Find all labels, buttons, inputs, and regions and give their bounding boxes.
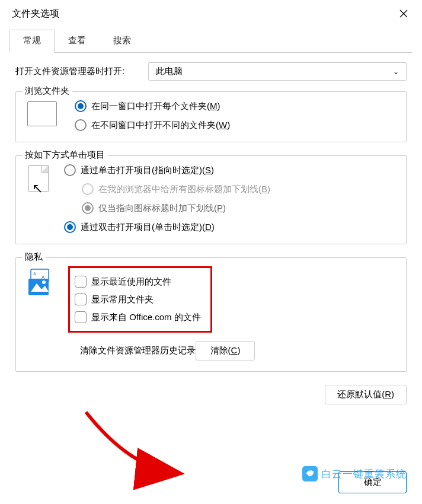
- privacy-fieldset: 隐私 4 A 显示最近使用的文: [15, 257, 407, 372]
- titlebar: 文件夹选项: [0, 0, 422, 27]
- watermark: 白云一键重装系统: [302, 466, 407, 481]
- checkbox-icon: [75, 294, 87, 305]
- tab-general[interactable]: 常规: [9, 30, 55, 53]
- dialog-title: 文件夹选项: [12, 8, 59, 20]
- restore-defaults-button[interactable]: 还原默认值(R): [325, 385, 407, 404]
- radio-icon: [82, 202, 94, 214]
- radio-underline-point: 仅当指向图标标题时加下划线(P): [82, 202, 270, 214]
- clear-button[interactable]: 清除(C): [196, 341, 255, 361]
- radio-icon: [75, 119, 87, 131]
- tab-strip: 常规 查看 搜索: [0, 30, 422, 53]
- open-with-row: 打开文件资源管理器时打开: 此电脑 ⌄: [15, 62, 407, 81]
- radio-icon: [64, 164, 76, 176]
- svg-text:4: 4: [33, 271, 36, 276]
- chevron-down-icon: ⌄: [393, 68, 399, 76]
- tab-panel-general: 打开文件资源管理器时打开: 此电脑 ⌄ 浏览文件夹 在同一窗口中打开每个文件夹(…: [0, 53, 422, 410]
- radio-single-click[interactable]: 通过单击打开项目(指向时选定)(S): [64, 164, 270, 176]
- privacy-legend: 隐私: [22, 251, 46, 263]
- open-with-value: 此电脑: [156, 66, 183, 77]
- click-fieldset: 按如下方式单击项目 ↖ 通过单击打开项目(指向时选定)(S) 在我的浏览器中给所…: [15, 155, 407, 244]
- click-legend: 按如下方式单击项目: [22, 149, 108, 161]
- checkbox-icon: [75, 276, 87, 288]
- browse-fieldset: 浏览文件夹 在同一窗口中打开每个文件夹(M) 在不同窗口中打开不同的文件夹(W): [15, 91, 407, 142]
- browse-legend: 浏览文件夹: [22, 85, 72, 97]
- radio-icon: [75, 100, 87, 112]
- check-frequent-folders[interactable]: 显示常用文件夹: [73, 291, 202, 308]
- check-recent-files[interactable]: 显示最近使用的文件: [73, 273, 202, 291]
- dialog-buttons: 确定 白云一键重装系统: [0, 471, 422, 493]
- radio-same-window[interactable]: 在同一窗口中打开每个文件夹(M): [75, 100, 230, 112]
- svg-point-5: [42, 280, 46, 284]
- close-button[interactable]: [395, 5, 413, 23]
- checkbox-icon: [75, 311, 87, 323]
- tab-view[interactable]: 查看: [55, 30, 100, 53]
- radio-underline-all: 在我的浏览器中给所有图标标题加下划线(B): [82, 183, 270, 195]
- radio-double-click[interactable]: 通过双击打开项目(单击时选定)(D): [64, 221, 270, 233]
- open-with-select[interactable]: 此电脑 ⌄: [148, 62, 407, 81]
- cursor-document-icon: ↖: [27, 165, 52, 194]
- privacy-highlight-box: 显示最近使用的文件 显示常用文件夹 显示来自 Office.com 的文件: [68, 266, 212, 333]
- tab-search[interactable]: 搜索: [100, 30, 145, 53]
- radio-icon: [64, 221, 76, 233]
- clear-history-label: 清除文件资源管理器历史记录: [80, 345, 196, 356]
- privacy-picture-icon: 4 A: [27, 268, 53, 296]
- watermark-logo-icon: [302, 466, 318, 481]
- radio-icon: [82, 183, 94, 195]
- check-office-files[interactable]: 显示来自 Office.com 的文件: [73, 308, 202, 326]
- folder-options-dialog: 文件夹选项 常规 查看 搜索 打开文件资源管理器时打开: 此电脑 ⌄ 浏览文件夹: [0, 0, 422, 504]
- folder-window-icon: [27, 101, 57, 126]
- radio-diff-window[interactable]: 在不同窗口中打开不同的文件夹(W): [75, 119, 230, 131]
- open-with-label: 打开文件资源管理器时打开:: [15, 66, 124, 77]
